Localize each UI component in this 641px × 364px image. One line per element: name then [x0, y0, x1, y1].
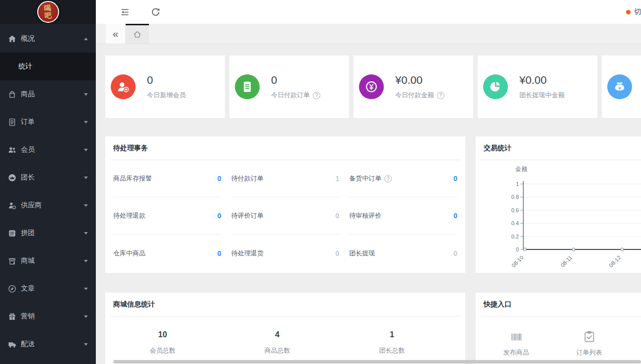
mall-stat-goods-total: 4 商品总数 [220, 330, 335, 355]
chevron-down-icon [84, 343, 88, 346]
pending-label: 待评价订单 [231, 211, 264, 220]
pending-item-stock-alert[interactable]: 商品库存报警0 [113, 160, 221, 197]
logo-text: 喝吧 [43, 4, 53, 20]
mall-stat-label: 商品总数 [220, 346, 335, 355]
stat-card-new-members: 0 今日新增会员 [105, 56, 225, 118]
pending-item-leader-withdraw[interactable]: 团长提现0 [349, 235, 457, 272]
stat-cards-row: 0 今日新增会员 0 今日付款订单? ¥0.00 今 [105, 56, 641, 118]
sidebar-item-label: 概况 [21, 34, 35, 43]
chevron-down-icon [84, 149, 88, 151]
stat-card-partial: ¥ [602, 56, 641, 118]
svg-text:0.8: 0.8 [511, 194, 519, 200]
mall-stat-label: 会员总数 [105, 346, 220, 355]
stat-label: 今日付款订单 [271, 91, 310, 100]
mall-stat-label: 团长总数 [335, 346, 449, 355]
quick-entry-panel: 快捷入口 发布商品 订单列表 [476, 293, 641, 364]
pending-label: 备货中订单 [349, 174, 381, 183]
pending-value[interactable]: 0 [453, 175, 457, 182]
sidebar-item-groupbuy[interactable]: 拼 拼团 [0, 219, 96, 247]
pending-item-review-orders[interactable]: 待评价订单0 [231, 197, 340, 235]
stat-card-leader-withdraw: ¥0.00 团长提现中金额 [478, 56, 597, 118]
supplier-icon [7, 201, 16, 210]
notice-dot-icon [626, 10, 631, 14]
chevron-down-icon [84, 232, 88, 235]
panel-title: 待处理事务 [105, 136, 465, 160]
pending-value[interactable]: 0 [336, 212, 340, 220]
sidebar-item-supplier[interactable]: 供应商 [0, 191, 96, 219]
stat-card-paid-orders: 0 今日付款订单? [229, 56, 349, 118]
marketing-gift-icon [7, 312, 16, 321]
dashboard-content: 0 今日新增会员 0 今日付款订单? ¥0.00 今 [96, 44, 641, 364]
pending-item-preparing-orders[interactable]: 备货中订单?0 [349, 160, 457, 197]
sidebar-item-overview[interactable]: 概况 [0, 25, 96, 53]
sidebar-item-label: 文章 [21, 284, 35, 293]
order-file-icon [7, 118, 16, 126]
sidebar-item-members[interactable]: 会员 [0, 136, 96, 164]
collapse-menu-icon[interactable] [119, 6, 130, 17]
pending-item-review-audit[interactable]: 待审核评价0 [349, 197, 457, 235]
pending-value[interactable]: 0 [217, 249, 221, 257]
pending-value[interactable]: 0 [217, 175, 221, 182]
pending-value[interactable]: 1 [336, 175, 340, 182]
help-icon[interactable]: ? [384, 175, 392, 182]
double-chevron-left-icon[interactable]: « [106, 24, 126, 44]
pending-value[interactable]: 0 [453, 212, 457, 220]
trade-line-chart: 金额00.20.40.60.8108-1008-1108-12 [476, 160, 641, 273]
pending-item-refunds[interactable]: 待处理退款0 [113, 197, 221, 235]
pending-label: 商品库存报警 [113, 174, 152, 183]
mall-stat-members-total: 10 会员总数 [105, 330, 220, 355]
paid-order-icon [235, 74, 260, 99]
sidebar-item-goods[interactable]: 商品 [0, 80, 96, 108]
app-logo: 喝吧 [37, 1, 59, 23]
pie-chart-icon [483, 74, 508, 99]
merchant-switch-label: 切 [634, 7, 641, 16]
pending-item-unpaid-orders[interactable]: 待付款订单1 [231, 160, 340, 197]
sidebar-item-label: 会员 [21, 145, 35, 154]
stat-value: 0 [147, 74, 186, 87]
pending-item-returns[interactable]: 待处理退货0 [231, 235, 340, 272]
trade-stats-panel: 交易统计 金额00.20.40.60.8108-1008-1108-12 [476, 136, 641, 273]
pending-value[interactable]: 0 [336, 249, 340, 257]
quick-entry-label: 订单列表 [576, 348, 602, 357]
horizontal-scrollbar[interactable] [113, 360, 641, 364]
stat-value: 0 [271, 74, 320, 87]
sidebar-item-marketing[interactable]: 营销 [0, 303, 96, 330]
help-icon[interactable]: ? [437, 92, 444, 99]
quick-entry-publish-goods[interactable]: 发布商品 [480, 329, 553, 357]
pending-label: 团长提现 [349, 249, 375, 258]
sidebar-item-delivery[interactable]: 配送 [0, 330, 96, 358]
stat-label: 团长提现中金额 [519, 91, 565, 100]
mall-stat-value: 1 [335, 330, 449, 339]
refresh-icon[interactable] [150, 6, 161, 17]
sidebar-item-articles[interactable]: 文章 [0, 275, 96, 303]
panel-title: 商城信息统计 [105, 293, 465, 316]
pending-value[interactable]: 0 [217, 212, 221, 220]
pending-label: 待处理退款 [113, 211, 145, 220]
pending-item-warehouse-goods[interactable]: 仓库中商品0 [113, 235, 221, 272]
help-icon[interactable]: ? [313, 92, 320, 99]
sidebar-item-orders[interactable]: 订单 [0, 108, 96, 136]
sidebar-item-mall[interactable]: 商城 [0, 247, 96, 275]
sidebar-item-label: 商城 [21, 256, 35, 265]
quick-entry-order-list[interactable]: 订单列表 [553, 329, 626, 357]
chevron-down-icon [84, 315, 88, 318]
sidebar-item-label: 订单 [21, 118, 35, 126]
merchant-switch[interactable]: 切 [626, 0, 641, 24]
stat-value: ¥0.00 [395, 74, 444, 87]
mall-info-panel: 商城信息统计 10 会员总数 4 商品总数 1 团长总数 [105, 293, 465, 364]
pending-value[interactable]: 0 [453, 249, 457, 257]
quick-entry-label: 发布商品 [503, 348, 529, 357]
sidebar-item-statistics[interactable]: 统计 [0, 53, 96, 80]
chevron-down-icon [84, 121, 88, 123]
tab-bar: « [96, 24, 641, 44]
svg-text:0.6: 0.6 [511, 207, 519, 213]
home-outline-icon [133, 30, 142, 39]
sidebar-item-leader[interactable]: 团长 [0, 164, 96, 191]
divider [110, 316, 460, 316]
quick-entry-row: 发布商品 订单列表 [476, 329, 641, 357]
tab-home[interactable] [126, 24, 149, 44]
chevron-down-icon [84, 288, 88, 290]
delivery-truck-icon [7, 340, 16, 349]
svg-text:拼: 拼 [9, 231, 14, 236]
chevron-down-icon [84, 177, 88, 179]
